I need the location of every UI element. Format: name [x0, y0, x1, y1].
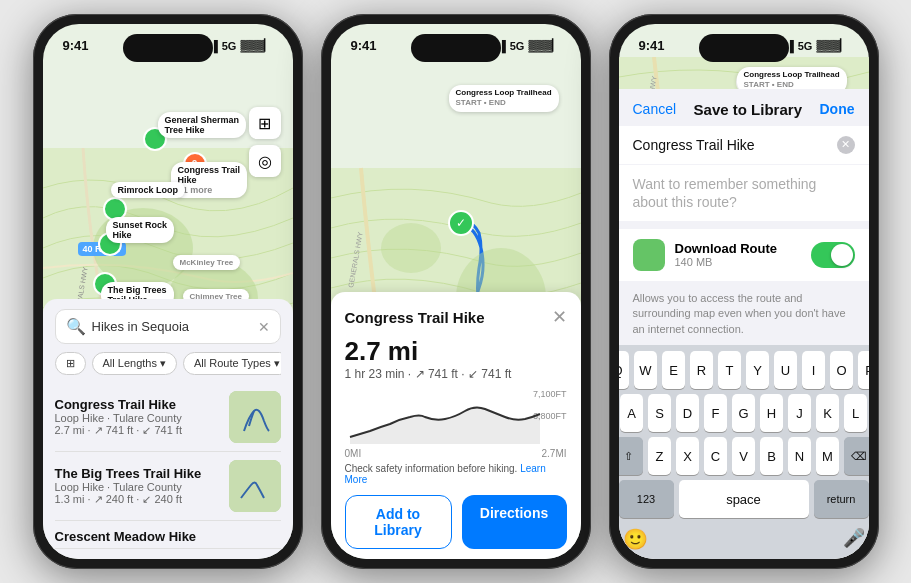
sherman-label: General ShermanTree Hike	[158, 112, 247, 138]
download-row: Download Route 140 MB	[619, 229, 869, 281]
trail-elev-down: 741 ft	[481, 367, 511, 381]
mckinley-label: McKinley Tree	[173, 255, 241, 270]
key-n[interactable]: N	[788, 437, 811, 475]
key-o[interactable]: O	[830, 351, 853, 389]
hike-stats-congress: 2.7 mi · ↗ 741 ft · ↙ 741 ft	[55, 424, 219, 437]
key-a[interactable]: A	[620, 394, 643, 432]
key-e[interactable]: E	[662, 351, 685, 389]
hike-item-crescent[interactable]: Crescent Meadow Hike	[55, 521, 281, 549]
trail-elev-up: 741 ft	[428, 367, 458, 381]
phone-1: 9:41 ▐▐▐ 5G ▓▓▓▏	[33, 14, 303, 569]
route-name-text: Congress Trail Hike	[633, 137, 755, 153]
filter-lengths[interactable]: All Lengths ▾	[92, 352, 177, 375]
card-buttons: Add to Library Directions	[345, 495, 567, 549]
download-size: 140 MB	[675, 256, 801, 268]
svg-rect-5	[229, 391, 281, 443]
trail-meta: 1 hr 23 min · ↗ 741 ft · ↙ 741 ft	[345, 367, 567, 381]
hike-name-crescent: Crescent Meadow Hike	[55, 529, 281, 544]
download-title: Download Route	[675, 241, 801, 256]
key-z[interactable]: Z	[648, 437, 671, 475]
trail-card: Congress Trail Hike ✕ 2.7 mi 1 hr 23 min…	[331, 292, 581, 559]
key-x[interactable]: X	[676, 437, 699, 475]
safety-text: Check safety information before hiking. …	[345, 463, 567, 485]
search-clear-icon[interactable]: ✕	[258, 319, 270, 335]
add-to-library-btn[interactable]: Add to Library	[345, 495, 452, 549]
keyboard: Q W E R T Y U I O P A S D F G	[619, 345, 869, 559]
hike-thumb-congress	[229, 391, 281, 443]
trail-card-title: Congress Trail Hike	[345, 309, 485, 326]
key-r[interactable]: R	[690, 351, 713, 389]
key-i[interactable]: I	[802, 351, 825, 389]
key-j[interactable]: J	[788, 394, 811, 432]
search-bar[interactable]: 🔍 Hikes in Sequoia ✕	[55, 309, 281, 344]
download-toggle[interactable]	[811, 242, 855, 268]
key-b[interactable]: B	[760, 437, 783, 475]
key-h[interactable]: H	[760, 394, 783, 432]
trail-card-close-icon[interactable]: ✕	[552, 306, 567, 328]
route-name-input[interactable]: Congress Trail Hike ✕	[619, 126, 869, 164]
key-p[interactable]: P	[858, 351, 869, 389]
map-view-toggle[interactable]: ⊞	[249, 107, 281, 139]
battery-icon-2: ▓▓▓▏	[528, 39, 560, 52]
hike-item-congress[interactable]: Congress Trail Hike Loop Hike · Tulare C…	[55, 383, 281, 452]
return-key[interactable]: return	[814, 480, 869, 518]
key-g[interactable]: G	[732, 394, 755, 432]
battery-icon-1: ▓▓▓▏	[240, 39, 272, 52]
done-btn[interactable]: Done	[819, 101, 854, 117]
key-l[interactable]: L	[844, 394, 867, 432]
svg-rect-6	[229, 460, 281, 512]
delete-key[interactable]: ⌫	[844, 437, 869, 475]
mic-btn[interactable]: 🎤	[843, 527, 865, 551]
save-header: Cancel Save to Library Done	[619, 89, 869, 126]
key-k[interactable]: K	[816, 394, 839, 432]
key-v[interactable]: V	[732, 437, 755, 475]
key-d[interactable]: D	[676, 394, 699, 432]
keyboard-row-2: A S D F G H J K L	[623, 394, 865, 432]
filter-icon-btn[interactable]: ⊞	[55, 352, 86, 375]
hike-info-congress: Congress Trail Hike Loop Hike · Tulare C…	[55, 397, 219, 437]
route-note-input[interactable]: Want to remember something about this ro…	[619, 165, 869, 221]
search-icon: 🔍	[66, 317, 86, 336]
hike-name-congress: Congress Trail Hike	[55, 397, 219, 412]
filter-route-types[interactable]: All Route Types ▾	[183, 352, 281, 375]
directions-btn[interactable]: Directions	[462, 495, 567, 549]
key-f[interactable]: F	[704, 394, 727, 432]
space-key[interactable]: space	[679, 480, 809, 518]
hike-item-bigtrees[interactable]: The Big Trees Trail Hike Loop Hike · Tul…	[55, 452, 281, 521]
cancel-btn[interactable]: Cancel	[633, 101, 677, 117]
emoji-btn[interactable]: 🙂	[623, 527, 648, 551]
hike-info-crescent: Crescent Meadow Hike	[55, 529, 281, 544]
keyboard-bottom-bar: 🙂 🎤	[623, 523, 865, 555]
phone-3: 9:41 ▐▐▐ 5G ▓▓▓▏ GENERALS HWY ✓	[609, 14, 879, 569]
trail-elev-up-icon: ↗	[415, 367, 425, 381]
key-y[interactable]: Y	[746, 351, 769, 389]
chart-labels: 0MI 2.7MI	[345, 448, 567, 459]
rimrock-label: Rimrock Loop	[111, 182, 186, 198]
key-w[interactable]: W	[634, 351, 657, 389]
network-label-3: 5G	[798, 40, 813, 52]
route-note-placeholder: Want to remember something about this ro…	[633, 176, 817, 210]
keyboard-row-1: Q W E R T Y U I O P	[623, 351, 865, 389]
trail-distance: 2.7 mi	[345, 336, 567, 367]
hike-thumb-bigtrees	[229, 460, 281, 512]
key-u[interactable]: U	[774, 351, 797, 389]
shift-key[interactable]: ⇧	[619, 437, 644, 475]
numbers-key[interactable]: 123	[619, 480, 674, 518]
sunset-label: Sunset RockHike	[106, 217, 175, 243]
filter-row: ⊞ All Lengths ▾ All Route Types ▾ All El…	[55, 352, 281, 375]
key-c[interactable]: C	[704, 437, 727, 475]
key-m[interactable]: M	[816, 437, 839, 475]
keyboard-row-4: 123 space return	[623, 480, 865, 518]
toggle-thumb	[831, 244, 853, 266]
trail-card-header: Congress Trail Hike ✕	[345, 306, 567, 328]
svg-text:✓: ✓	[456, 216, 466, 230]
input-clear-btn[interactable]: ✕	[837, 136, 855, 154]
location-btn[interactable]: ◎	[249, 145, 281, 177]
trailhead-label-2: Congress Loop Trailhead START • END	[449, 85, 559, 112]
key-s[interactable]: S	[648, 394, 671, 432]
dynamic-island-1	[123, 34, 213, 62]
save-dialog-title: Save to Library	[694, 101, 802, 118]
status-time-2: 9:41	[351, 38, 377, 53]
key-t[interactable]: T	[718, 351, 741, 389]
key-q[interactable]: Q	[619, 351, 630, 389]
